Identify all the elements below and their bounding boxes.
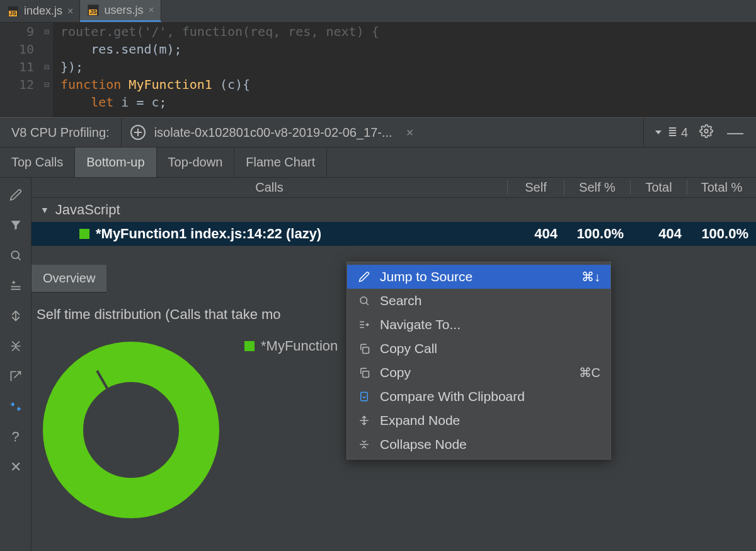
chevron-down-icon[interactable]: ▼ xyxy=(40,205,49,215)
donut-chart xyxy=(37,329,226,518)
plus-icon[interactable] xyxy=(130,125,146,140)
edit-icon[interactable] xyxy=(9,188,23,202)
file-tab-users[interactable]: users.js × xyxy=(80,0,161,22)
cell-total-pct: 100.0% xyxy=(687,226,756,242)
menu-copy-call[interactable]: Copy Call xyxy=(347,337,610,361)
js-file-icon xyxy=(8,6,19,17)
close-icon[interactable]: × xyxy=(67,6,73,17)
cell-self-pct: 100.0% xyxy=(564,226,630,242)
copy-icon xyxy=(357,367,371,378)
svg-rect-9 xyxy=(361,392,368,401)
expand-all-icon[interactable] xyxy=(9,309,23,323)
color-swatch-icon xyxy=(244,341,255,351)
chevron-down-icon xyxy=(655,130,662,134)
fold-icon[interactable]: ⊟ xyxy=(40,76,53,93)
close-icon[interactable]: × xyxy=(406,125,414,140)
profiler-title: V8 CPU Profiling: xyxy=(0,118,122,147)
line-number: 11 xyxy=(0,58,34,76)
close-icon[interactable]: × xyxy=(148,4,154,16)
col-self[interactable]: Self xyxy=(507,180,564,195)
collapse-all-icon[interactable] xyxy=(9,339,23,353)
search-icon xyxy=(357,295,371,306)
svg-rect-7 xyxy=(363,347,369,354)
dropdown-value: 4 xyxy=(681,125,688,140)
file-tab-label: users.js xyxy=(104,4,143,17)
tab-bottom-up[interactable]: Bottom-up xyxy=(75,148,156,177)
code-editor[interactable]: 9 10 11 12 ⊟ ⊟ ⊟ router.get('/', functio… xyxy=(0,23,756,117)
line-number: 12 xyxy=(0,76,34,93)
expand-tree-icon[interactable] xyxy=(9,279,23,293)
line-gutter: 9 10 11 12 xyxy=(0,23,40,117)
export-icon[interactable] xyxy=(9,369,23,383)
fold-icon[interactable]: ⊟ xyxy=(40,58,53,76)
menu-label: Collapse Node xyxy=(380,437,467,452)
menu-search[interactable]: Search xyxy=(347,289,610,313)
file-tab-label: index.js xyxy=(24,4,62,18)
col-total-pct[interactable]: Total % xyxy=(687,180,756,195)
menu-label: Jump to Source xyxy=(380,269,472,284)
context-menu: Jump to Source ⌘↓ Search Navigate To... … xyxy=(346,262,611,460)
js-file-icon xyxy=(88,4,99,16)
overview-tab[interactable]: Overview xyxy=(32,265,106,293)
help-icon[interactable]: ? xyxy=(9,430,23,444)
menu-shortcut: ⌘C xyxy=(579,365,600,380)
expand-icon xyxy=(357,415,371,426)
tree-node-label: *MyFunction1 index.js:14:22 (lazy) xyxy=(96,226,321,242)
edit-icon xyxy=(357,271,371,282)
menu-copy[interactable]: Copy ⌘C xyxy=(347,361,610,385)
svg-point-5 xyxy=(360,297,367,304)
tab-top-down[interactable]: Top-down xyxy=(157,148,235,177)
menu-label: Compare With Clipboard xyxy=(380,389,525,404)
svg-line-6 xyxy=(366,303,368,304)
chart-legend: *MyFunction xyxy=(244,338,338,354)
file-tab-index[interactable]: index.js × xyxy=(0,0,80,22)
fold-column: ⊟ ⊟ ⊟ xyxy=(40,23,53,117)
line-number: 10 xyxy=(0,40,34,58)
col-self-pct[interactable]: Self % xyxy=(564,180,630,195)
svg-rect-8 xyxy=(363,371,369,378)
col-calls[interactable]: Calls xyxy=(32,180,507,195)
compare-icon[interactable] xyxy=(9,400,23,414)
svg-line-2 xyxy=(18,258,20,260)
compare-icon xyxy=(357,391,371,402)
tree-row-root[interactable]: ▼ JavaScript xyxy=(32,198,756,222)
navigate-icon xyxy=(357,319,371,330)
tab-flame-chart[interactable]: Flame Chart xyxy=(234,148,327,177)
profiler-session-tab[interactable]: isolate-0x102801c00-v8-2019-02-06_17-...… xyxy=(122,118,644,147)
fold-icon[interactable]: ⊟ xyxy=(40,23,53,40)
tool-column: ? ✕ xyxy=(0,178,32,551)
menu-label: Expand Node xyxy=(380,413,460,428)
menu-label: Copy xyxy=(380,365,411,380)
menu-compare-clipboard[interactable]: Compare With Clipboard xyxy=(347,385,610,409)
gear-icon[interactable] xyxy=(699,124,713,141)
session-name: isolate-0x102801c00-v8-2019-02-06_17-... xyxy=(154,125,392,140)
menu-label: Search xyxy=(380,293,422,308)
menu-label: Copy Call xyxy=(380,341,437,356)
line-number: 9 xyxy=(0,23,34,40)
cell-self: 404 xyxy=(507,226,564,242)
svg-point-0 xyxy=(704,129,708,133)
profiler-header: V8 CPU Profiling: isolate-0x102801c00-v8… xyxy=(0,117,756,148)
tab-top-calls[interactable]: Top Calls xyxy=(0,148,75,177)
line-number xyxy=(0,93,34,111)
legend-label: *MyFunction xyxy=(261,338,338,354)
minimize-icon[interactable]: — xyxy=(727,123,743,142)
tree-node-label: JavaScript xyxy=(55,202,120,218)
svg-point-1 xyxy=(11,251,19,258)
menu-collapse-node[interactable]: Collapse Node xyxy=(347,432,610,456)
menu-expand-node[interactable]: Expand Node xyxy=(347,409,610,432)
profiler-tabs: Top Calls Bottom-up Top-down Flame Chart xyxy=(0,148,756,178)
col-total[interactable]: Total xyxy=(630,180,687,195)
tree-row-selected[interactable]: *MyFunction1 index.js:14:22 (lazy) 404 1… xyxy=(32,222,756,246)
menu-label: Navigate To... xyxy=(380,317,461,332)
filter-icon[interactable] xyxy=(9,218,23,232)
close-panel-icon[interactable]: ✕ xyxy=(9,460,23,474)
cell-total: 404 xyxy=(630,226,687,242)
profiler-dropdown[interactable]: ≣ 4 xyxy=(644,118,699,147)
menu-navigate-to[interactable]: Navigate To... xyxy=(347,313,610,337)
menu-jump-to-source[interactable]: Jump to Source ⌘↓ xyxy=(347,265,610,289)
code-area[interactable]: router.get('/', function(req, res, next)… xyxy=(53,23,379,117)
search-icon[interactable] xyxy=(9,248,23,262)
collapse-icon xyxy=(357,439,371,450)
menu-shortcut: ⌘↓ xyxy=(581,269,600,284)
